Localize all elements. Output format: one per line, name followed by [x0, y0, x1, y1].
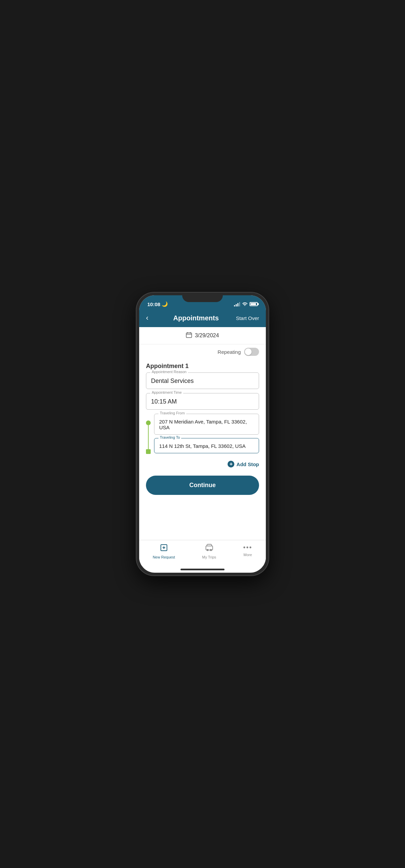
add-stop-icon: + — [228, 461, 234, 467]
date-display: 3/29/2024 — [195, 333, 219, 339]
wifi-icon — [242, 301, 248, 307]
add-stop-button[interactable]: + Add Stop — [228, 461, 259, 467]
status-icons — [234, 301, 258, 307]
traveling-from-label: Traveling From — [158, 411, 186, 415]
svg-rect-0 — [186, 333, 192, 338]
signal-icon — [234, 302, 240, 306]
phone-frame: 10:08 🌙 — [136, 293, 269, 575]
route-line — [148, 425, 149, 449]
appointment-time-value: 10:15 AM — [146, 393, 259, 409]
form-section: Appointment Reason Dental Services Appoi… — [139, 372, 266, 410]
my-trips-icon — [205, 544, 213, 554]
header-title: Appointments — [173, 314, 219, 322]
traveling-from-value: 207 N Meridian Ave, Tampa, FL 33602, USA — [154, 414, 259, 434]
repeating-label: Repeating — [218, 349, 241, 355]
nav-my-trips[interactable]: My Trips — [202, 544, 216, 559]
date-row: 3/29/2024 — [139, 327, 266, 344]
app-header: ‹ Appointments Start Over — [139, 310, 266, 327]
address-section: Traveling From 207 N Meridian Ave, Tampa… — [146, 414, 259, 457]
add-stop-label: Add Stop — [236, 461, 259, 467]
traveling-to-field[interactable]: Traveling To 114 N 12th St, Tampa, FL 33… — [154, 438, 259, 453]
more-label: More — [243, 553, 252, 557]
traveling-from-field[interactable]: Traveling From 207 N Meridian Ave, Tampa… — [154, 414, 259, 435]
start-over-button[interactable]: Start Over — [236, 315, 259, 321]
destination-dot — [146, 449, 151, 454]
phone-notch — [182, 293, 223, 302]
battery-icon — [250, 302, 258, 306]
home-bar — [180, 569, 225, 570]
calendar-icon — [186, 332, 192, 339]
new-request-icon — [160, 544, 168, 554]
home-indicator — [139, 566, 266, 573]
traveling-to-value: 114 N 12th St, Tampa, FL 33602, USA — [154, 438, 259, 453]
traveling-to-label: Traveling To — [158, 435, 181, 439]
back-button[interactable]: ‹ — [146, 314, 156, 322]
moon-icon: 🌙 — [162, 301, 168, 307]
my-trips-label: My Trips — [202, 555, 216, 559]
origin-dot — [146, 420, 151, 425]
appointment-time-label: Appointment Time — [150, 390, 183, 394]
new-request-label: New Request — [153, 555, 175, 559]
main-content: 3/29/2024 Repeating Appointment 1 Appoin… — [139, 327, 266, 540]
appointment-reason-label: Appointment Reason — [150, 370, 188, 374]
appointment-reason-field[interactable]: Appointment Reason Dental Services — [146, 372, 259, 389]
add-stop-row: + Add Stop — [139, 459, 266, 473]
address-fields: Traveling From 207 N Meridian Ave, Tampa… — [154, 414, 259, 457]
toggle-thumb — [245, 348, 252, 355]
address-line-indicator — [146, 414, 151, 457]
spacer — [139, 502, 266, 529]
more-icon: ••• — [243, 544, 252, 551]
appointment-reason-value: Dental Services — [146, 373, 259, 389]
status-time: 10:08 🌙 — [147, 301, 168, 307]
nav-new-request[interactable]: New Request — [153, 544, 175, 559]
time-display: 10:08 — [147, 301, 160, 307]
bottom-nav: New Request My Trips ••• More — [139, 540, 266, 566]
appointment-time-field[interactable]: Appointment Time 10:15 AM — [146, 393, 259, 410]
repeating-toggle[interactable] — [244, 348, 259, 356]
phone-screen: 10:08 🌙 — [139, 295, 266, 573]
continue-button[interactable]: Continue — [146, 476, 259, 495]
repeating-row: Repeating — [139, 344, 266, 359]
nav-more[interactable]: ••• More — [243, 544, 252, 559]
